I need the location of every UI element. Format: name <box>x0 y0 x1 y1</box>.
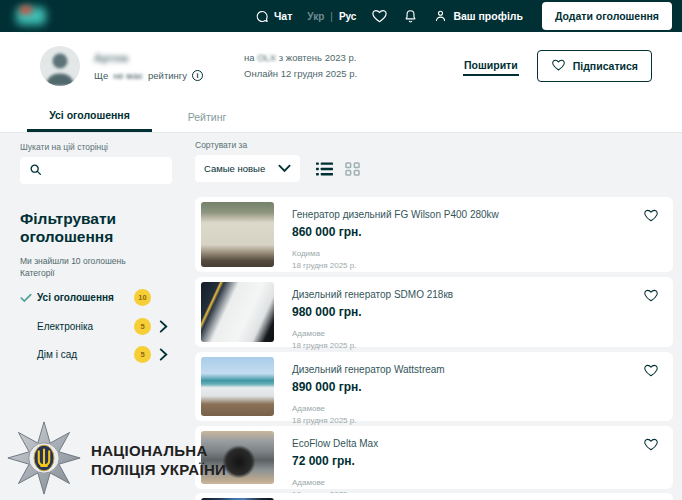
seller-profile-section: Артем Ще не має рейтингу i на OLX з жовт… <box>0 32 682 100</box>
listing-location: Адамове <box>292 403 663 415</box>
profile-label: Ваш профіль <box>453 10 523 22</box>
chat-button[interactable]: Чат <box>254 9 292 24</box>
chevron-right-icon <box>158 348 172 361</box>
tab-all-listings[interactable]: Усі оголошення <box>27 100 152 132</box>
seller-meta: на OLX з жовтень 2023 р. Онлайн 12 грудн… <box>244 50 357 82</box>
watermark-line2: ПОЛІЦІЯ УКРАЇНИ <box>91 460 226 480</box>
page-search-box[interactable] <box>20 157 172 184</box>
olx-logo[interactable] <box>14 5 62 27</box>
categories-label: Категорії <box>20 268 172 278</box>
chevron-right-icon <box>158 320 172 333</box>
subscribe-button[interactable]: Підписатися <box>537 50 652 82</box>
listing-card[interactable]: Дизельний генератор Wattstream 890 000 г… <box>195 352 673 421</box>
category-home-garden[interactable]: Дім і сад 5 <box>20 346 172 363</box>
share-button[interactable]: Поширити <box>463 57 519 76</box>
count-badge: 5 <box>134 346 151 363</box>
favorite-button[interactable] <box>643 208 659 223</box>
logo-blur-red <box>20 6 32 14</box>
count-badge: 10 <box>134 289 151 306</box>
listing-price: 860 000 грн. <box>292 225 663 239</box>
chat-icon <box>254 9 269 24</box>
check-icon <box>20 289 33 307</box>
rating-suffix: рейтингу <box>148 70 187 81</box>
seller-rating-row: Ще не має рейтингу i <box>94 70 244 81</box>
police-watermark-text: НАЦІОНАЛЬНА ПОЛІЦІЯ УКРАЇНИ <box>91 441 226 480</box>
listing-location: Кодима <box>292 248 663 260</box>
favorites-button[interactable] <box>371 8 388 24</box>
police-badge-icon <box>6 420 82 500</box>
category-all-listings[interactable]: Усі оголошення 10 <box>20 289 172 307</box>
results-count: Ми знайшли 10 оголошень <box>20 256 172 266</box>
favorite-button[interactable] <box>643 437 659 452</box>
online-status-line: Онлайн 12 грудня 2025 р. <box>244 66 357 82</box>
lang-separator: | <box>330 11 333 22</box>
notifications-button[interactable] <box>403 8 418 24</box>
member-since-line: на OLX з жовтень 2023 р. <box>244 50 357 66</box>
member-prefix: на <box>244 52 255 63</box>
member-brand: OLX <box>257 52 276 63</box>
category-label: Дім і сад <box>37 349 77 360</box>
listings-area: Сортувати за Самые новые Генератор дизел… <box>195 140 673 182</box>
list-view-button[interactable] <box>316 162 333 176</box>
police-watermark: НАЦІОНАЛЬНА ПОЛІЦІЯ УКРАЇНИ <box>6 420 226 500</box>
top-header: Чат Укр | Рус Ваш профіль Додати оголоше… <box>0 0 682 32</box>
listing-card[interactable]: Генератор дизельний FG Wilson P400 280kw… <box>195 197 673 272</box>
listing-title[interactable]: EcoFlow Delta Max <box>292 438 663 449</box>
tab-rating[interactable]: Рейтинг <box>152 100 262 132</box>
lang-rus[interactable]: Рус <box>339 11 357 22</box>
listing-location: Адамове <box>292 328 663 340</box>
listing-photo <box>201 282 274 342</box>
member-suffix: з жовтень 2023 р. <box>279 52 357 63</box>
count-badge: 5 <box>134 318 151 335</box>
filter-title: Фільтрувати оголошення <box>20 210 172 246</box>
profile-button[interactable]: Ваш профіль <box>433 8 523 24</box>
rating-prefix: Ще <box>94 70 108 81</box>
listing-date: 18 грудня 2025 р. <box>292 260 663 272</box>
listing-location: Адамове <box>292 477 663 489</box>
filter-sidebar: Шукати на цій сторінці Фільтрувати оголо… <box>20 142 172 363</box>
sort-selected-value: Самые новые <box>204 163 265 174</box>
search-input[interactable] <box>49 165 163 176</box>
seller-name: Артем <box>94 52 244 64</box>
listing-location-date: Адамове 18 грудня 2025 р. <box>292 328 663 353</box>
listing-title[interactable]: Генератор дизельний FG Wilson P400 280kw <box>292 209 663 220</box>
listing-price: 72 000 грн. <box>292 454 663 468</box>
sort-select[interactable]: Самые новые <box>195 155 300 182</box>
listing-photo <box>201 202 274 267</box>
listing-date: 18 грудня 2025 р. <box>292 340 663 352</box>
favorite-button[interactable] <box>643 288 659 303</box>
lang-ukr[interactable]: Укр <box>307 11 324 22</box>
watermark-line1: НАЦІОНАЛЬНА <box>91 441 226 461</box>
favorite-button[interactable] <box>643 363 659 378</box>
profile-tabs: Усі оголошення Рейтинг <box>0 100 682 133</box>
rating-blurred: не має <box>113 70 143 81</box>
info-icon[interactable]: i <box>192 70 203 81</box>
search-icon <box>29 162 42 180</box>
listing-card[interactable]: EcoFlow Delta Max 72 000 грн. Адамове 18… <box>195 426 673 489</box>
listing-title[interactable]: Дизельний генератор Wattstream <box>292 364 663 375</box>
chevron-down-icon <box>278 164 291 173</box>
subscribe-label: Підписатися <box>573 60 638 72</box>
sort-label: Сортувати за <box>195 140 673 150</box>
grid-view-button[interactable] <box>345 162 360 176</box>
category-electronics[interactable]: Електроніка 5 <box>20 318 172 335</box>
language-toggle[interactable]: Укр | Рус <box>307 11 356 22</box>
heart-icon <box>551 58 566 74</box>
category-label: Електроніка <box>37 321 93 332</box>
bell-icon <box>403 8 418 24</box>
avatar <box>40 46 80 86</box>
person-icon <box>433 8 448 24</box>
listing-card[interactable]: Дизельний генератор SDMO 218кв 980 000 г… <box>195 277 673 347</box>
listing-price: 890 000 грн. <box>292 380 663 394</box>
listing-title[interactable]: Дизельний генератор SDMO 218кв <box>292 289 663 300</box>
search-label: Шукати на цій сторінці <box>20 142 172 152</box>
listing-card-partial[interactable] <box>195 493 673 500</box>
category-label: Усі оголошення <box>37 292 114 303</box>
chat-label: Чат <box>274 10 292 22</box>
listing-location-date: Кодима 18 грудня 2025 р. <box>292 248 663 273</box>
listing-location-date: Адамове 18 грудня 2025 р. <box>292 403 663 428</box>
add-listing-button[interactable]: Додати оголошення <box>542 2 672 30</box>
listing-photo <box>201 357 274 416</box>
listing-price: 980 000 грн. <box>292 305 663 319</box>
heart-icon <box>371 8 388 24</box>
